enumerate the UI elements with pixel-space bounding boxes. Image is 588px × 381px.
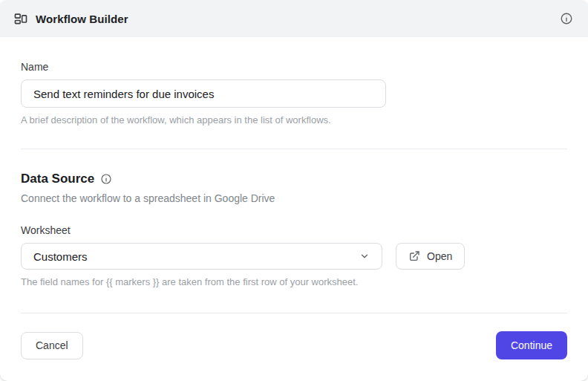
worksheet-label: Worksheet	[21, 223, 567, 238]
data-source-heading: Data Source	[21, 170, 94, 188]
chevron-down-icon	[359, 251, 370, 261]
workflow-name-input[interactable]	[21, 79, 386, 108]
worksheet-select-value: Customers	[33, 250, 88, 263]
data-source-info-icon[interactable]	[100, 173, 112, 185]
open-worksheet-button[interactable]: Open	[396, 243, 465, 270]
workflow-builder-dialog: Workflow Builder Name A brief descriptio…	[0, 0, 588, 381]
dialog-title: Workflow Builder	[36, 13, 128, 25]
data-source-heading-row: Data Source	[21, 170, 567, 188]
open-button-label: Open	[427, 250, 452, 262]
worksheet-row: Customers Open	[21, 243, 567, 270]
worksheet-select[interactable]: Customers	[21, 243, 382, 270]
cancel-button[interactable]: Cancel	[21, 332, 83, 359]
external-link-icon	[408, 250, 420, 262]
footer-divider	[21, 313, 567, 313]
workflow-icon	[13, 11, 28, 26]
continue-button[interactable]: Continue	[496, 331, 567, 359]
dialog-body: Name A brief description of the workflow…	[0, 37, 588, 381]
info-icon[interactable]	[558, 10, 575, 27]
dialog-footer: Cancel Continue	[21, 331, 567, 359]
section-divider	[21, 149, 567, 149]
name-helper-text: A brief description of the workflow, whi…	[21, 114, 567, 126]
data-source-subtitle: Connect the workflow to a spreadsheet in…	[21, 191, 567, 206]
worksheet-helper-text: The field names for {{ markers }} are ta…	[21, 276, 567, 288]
dialog-header: Workflow Builder	[0, 0, 588, 37]
name-label: Name	[21, 59, 567, 74]
